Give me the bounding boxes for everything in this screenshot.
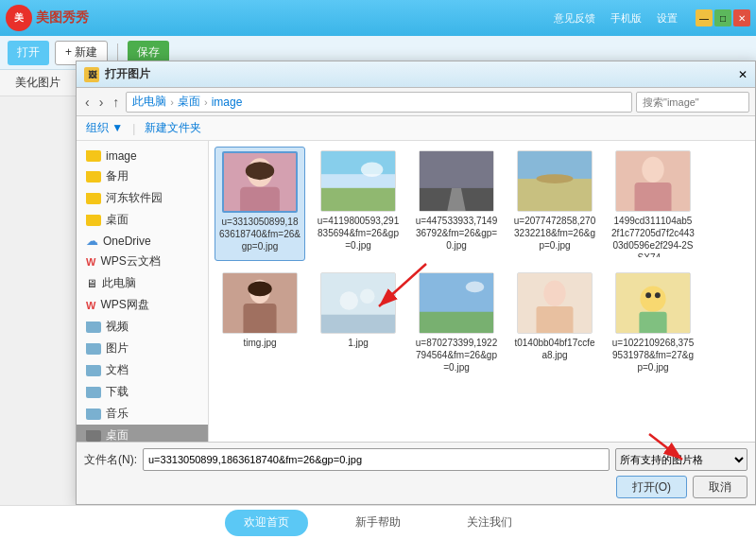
- svg-point-24: [360, 288, 375, 304]
- app-logo: 美: [6, 5, 32, 31]
- dialog-open-button[interactable]: 打开(O): [616, 476, 687, 498]
- svg-point-16: [642, 157, 663, 183]
- sidebar-item-documents[interactable]: 文档: [77, 359, 208, 381]
- file-item[interactable]: 1.jpg: [313, 269, 404, 377]
- maximize-button[interactable]: □: [714, 9, 731, 26]
- folder-icon: [86, 430, 101, 442]
- svg-point-14: [537, 174, 574, 183]
- file-item[interactable]: timg.jpg: [215, 269, 305, 377]
- folder-icon: [86, 343, 101, 355]
- toolbar-separator: [117, 43, 118, 62]
- address-path: 此电脑 › 桌面 › image: [126, 92, 632, 113]
- new-folder-button[interactable]: 新建文件夹: [141, 120, 205, 136]
- content-area: image 备用 河东软件园 桌面 ☁ OneDrive W WPS云文档: [77, 141, 755, 442]
- mobile-button[interactable]: 手机版: [606, 9, 646, 27]
- svg-point-3: [246, 162, 274, 180]
- file-grid: u=3313050899,1863618740&fm=26&gp=0.jpg u…: [209, 141, 755, 442]
- file-item[interactable]: u=2077472858,2703232218&fm=26&gp=0.jpg: [509, 147, 600, 261]
- path-desktop[interactable]: 桌面: [178, 94, 200, 110]
- file-thumbnail: [222, 272, 298, 334]
- filetype-select[interactable]: 所有支持的图片格: [615, 448, 747, 471]
- svg-rect-32: [537, 306, 574, 334]
- sidebar-item-video[interactable]: 视频: [77, 316, 208, 338]
- app-name: 美图秀秀: [36, 9, 89, 26]
- feedback-button[interactable]: 意见反馈: [549, 9, 600, 27]
- path-computer[interactable]: 此电脑: [132, 94, 166, 110]
- file-label: t0140bb04bf17ccfea8.jpg: [513, 337, 596, 361]
- svg-point-23: [340, 291, 359, 310]
- sidebar-item-image[interactable]: image: [77, 147, 208, 165]
- svg-point-34: [640, 286, 665, 311]
- nav-up-button[interactable]: ↑: [110, 95, 122, 110]
- file-item[interactable]: t0140bb04bf17ccfea8.jpg: [509, 269, 600, 377]
- svg-rect-6: [321, 174, 395, 188]
- file-label: u=2077472858,2703232218&fm=26&gp=0.jpg: [513, 215, 596, 252]
- file-item[interactable]: u=870273399,1922794564&fm=26&gp=0.jpg: [411, 269, 502, 377]
- welcome-follow-button[interactable]: 关注我们: [448, 510, 531, 536]
- settings-button[interactable]: 设置: [652, 9, 682, 27]
- welcome-home-button[interactable]: 欢迎首页: [225, 510, 308, 536]
- close-button[interactable]: ✕: [733, 9, 750, 26]
- file-item[interactable]: u=3313050899,1863618740&fm=26&gp=0.jpg: [215, 147, 305, 261]
- sidebar: image 备用 河东软件园 桌面 ☁ OneDrive W WPS云文档: [77, 141, 209, 442]
- welcome-help-button[interactable]: 新手帮助: [336, 510, 420, 536]
- file-thumbnail: [419, 150, 494, 212]
- open-image-button[interactable]: 打开: [8, 41, 49, 65]
- svg-rect-25: [321, 315, 395, 334]
- folder-icon: [86, 150, 101, 162]
- file-label: 1499cd311104ab52f1c77205d7f2c44303d0596e…: [611, 215, 695, 257]
- file-thumbnail: [222, 151, 298, 213]
- sidebar-item-downloads[interactable]: 下载: [77, 381, 208, 403]
- folder-icon: [86, 322, 101, 333]
- sidebar-item-hedong[interactable]: 河东软件园: [77, 187, 208, 209]
- organize-button[interactable]: 组织 ▼: [82, 120, 127, 136]
- svg-rect-11: [420, 151, 493, 188]
- sidebar-item-wps-drive[interactable]: W WPS网盘: [77, 294, 208, 316]
- nav-forward-button[interactable]: ›: [96, 95, 107, 110]
- sidebar-item-backup[interactable]: 备用: [77, 165, 208, 187]
- dialog-close-button[interactable]: ✕: [738, 68, 747, 81]
- file-dialog: 🖼 打开图片 ✕ ‹ › ↑ 此电脑 › 桌面 › image 组织 ▼ | 新…: [76, 61, 756, 505]
- welcome-bar: 欢迎首页 新手帮助 关注我们: [0, 505, 756, 539]
- svg-point-36: [645, 292, 651, 298]
- svg-point-21: [248, 282, 271, 297]
- sidebar-item-computer[interactable]: 🖥 此电脑: [77, 272, 208, 294]
- menu-beautify[interactable]: 美化图片: [8, 73, 68, 93]
- action-row: 打开(O) 取消: [84, 476, 747, 498]
- app-bar: 美 美图秀秀 意见反馈 手机版 设置 — □ ✕: [0, 0, 756, 36]
- wps-drive-icon: W: [86, 300, 95, 311]
- sidebar-item-wps-cloud[interactable]: W WPS云文档: [77, 251, 208, 272]
- filename-label: 文件名(N):: [84, 452, 137, 468]
- svg-rect-35: [639, 312, 666, 334]
- search-input[interactable]: [636, 92, 749, 113]
- folder-icon: [86, 215, 101, 226]
- sidebar-item-onedrive[interactable]: ☁ OneDrive: [77, 231, 208, 251]
- file-thumbnail: [320, 150, 396, 212]
- svg-point-7: [361, 163, 383, 178]
- minimize-button[interactable]: —: [696, 9, 713, 26]
- file-item[interactable]: u=447533933,714936792&fm=26&gp=0.jpg: [411, 147, 502, 261]
- file-item[interactable]: u=1022109268,3759531978&fm=27&gp=0.jpg: [608, 269, 698, 377]
- path-image[interactable]: image: [212, 96, 243, 109]
- sidebar-item-pictures[interactable]: 图片: [77, 338, 208, 359]
- file-label: u=3313050899,1863618740&fm=26&gp=0.jpg: [219, 216, 301, 252]
- cloud-icon: ☁: [86, 234, 98, 248]
- dialog-title: 打开图片: [105, 66, 150, 82]
- svg-point-29: [466, 282, 485, 293]
- folder-icon: [86, 365, 101, 376]
- file-item[interactable]: 1499cd311104ab52f1c77205d7f2c44303d0596e…: [608, 147, 698, 261]
- file-item[interactable]: u=4119800593,291835694&fm=26&gp=0.jpg: [313, 147, 404, 261]
- sidebar-item-music[interactable]: 音乐: [77, 403, 208, 425]
- sidebar-item-desktop2[interactable]: 桌面: [77, 425, 208, 442]
- svg-rect-17: [635, 183, 672, 212]
- svg-rect-2: [240, 187, 280, 213]
- nav-back-button[interactable]: ‹: [82, 95, 93, 110]
- filename-input[interactable]: [143, 448, 610, 471]
- dialog-cancel-button[interactable]: 取消: [693, 476, 747, 498]
- window-controls: — □ ✕: [696, 9, 750, 26]
- dialog-toolbar: 组织 ▼ | 新建文件夹: [77, 116, 755, 141]
- file-thumbnail: [517, 272, 593, 334]
- sidebar-item-desktop1[interactable]: 桌面: [77, 209, 208, 231]
- dialog-title-left: 🖼 打开图片: [84, 66, 150, 82]
- file-label: 1.jpg: [348, 337, 369, 349]
